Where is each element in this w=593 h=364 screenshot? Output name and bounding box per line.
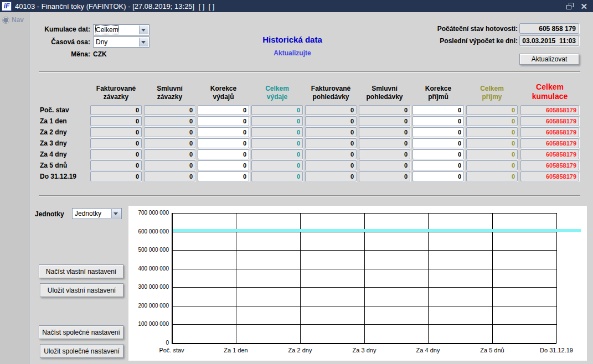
casova-osa-label: Časová osa: — [17, 38, 90, 46]
table-cell: 0 — [466, 149, 518, 159]
table-cell: 0 — [144, 171, 195, 181]
table-cell: 0 — [144, 138, 195, 148]
ulozit-spolecne-button[interactable]: Uložit společné nastavení — [40, 344, 123, 358]
table-cell[interactable]: 0 — [412, 149, 464, 159]
table-cell: 605858179 — [520, 149, 579, 159]
y-tick-label: 300 000 000 — [128, 284, 169, 290]
table-cell: 0 — [305, 105, 357, 115]
table-cell[interactable]: 0 — [198, 138, 249, 148]
chevron-down-icon[interactable] — [139, 25, 148, 34]
table-cell: 0 — [305, 116, 357, 126]
chevron-down-icon[interactable] — [111, 209, 121, 218]
nav-sidebar: Nav — [0, 12, 29, 364]
posledni-vypocet-field: 03.03.2015 11:03 — [519, 35, 579, 46]
table-row-label: Za 5 dnů — [40, 162, 67, 169]
table-cell[interactable]: 0 — [412, 105, 464, 115]
table-cell: 0 — [305, 127, 357, 137]
table-cell: 0 — [305, 149, 357, 159]
table-cell[interactable]: 0 — [412, 116, 464, 126]
app-window: iF 40103 - Finanční toky (FAFINTOK) - [2… — [0, 0, 593, 364]
table-cell: 605858179 — [520, 160, 579, 170]
grid-line-v — [172, 213, 173, 343]
table-cell[interactable]: 0 — [412, 171, 464, 181]
table-cell: 0 — [359, 116, 410, 126]
grid-line-v — [556, 213, 557, 343]
y-tick-label: 700 000 000 — [128, 210, 169, 216]
table-row-label: Do 31.12.19 — [40, 173, 76, 180]
table-cell: 0 — [144, 105, 195, 115]
table-row-label: Za 3 dny — [40, 139, 67, 147]
series-marker-line — [173, 229, 581, 232]
x-tick-label: Za 1 den — [211, 347, 261, 353]
table-cell[interactable]: 0 — [412, 127, 464, 137]
close-window-icon[interactable]: ✕ — [580, 2, 587, 11]
kumulace-dat-select[interactable]: Celkem — [93, 24, 149, 35]
mena-value: CZK — [93, 50, 107, 58]
radio-icon — [3, 17, 9, 23]
jednotky-select[interactable]: Jednotky — [72, 208, 122, 219]
table-cell: 0 — [90, 171, 142, 181]
y-tick-label: 0 — [128, 340, 169, 346]
table-cell: 605858179 — [520, 127, 579, 137]
table-cell: 0 — [466, 116, 518, 126]
table-cell[interactable]: 0 — [198, 127, 249, 137]
table-cell: 0 — [466, 171, 518, 181]
nacist-vlastni-button[interactable]: Načíst vlastní nastavení — [39, 264, 123, 278]
nacist-spolecne-button[interactable]: Načíst společné nastavení — [39, 325, 123, 339]
mena-label: Měna: — [17, 50, 90, 58]
table-cell: 0 — [359, 127, 410, 137]
table-cell: 605858179 — [520, 105, 579, 115]
table-cell[interactable]: 0 — [198, 160, 249, 170]
jednotky-label: Jednotky — [35, 210, 64, 218]
table-cell[interactable]: 0 — [198, 149, 249, 159]
ulozit-vlastni-button[interactable]: Uložit vlastní nastavení — [40, 283, 123, 297]
jednotky-value: Jednotky — [75, 210, 101, 217]
table-cell: 605858179 — [520, 171, 579, 181]
x-tick-label: Za 5 dnů — [467, 347, 517, 353]
table-cell: 0 — [251, 105, 303, 115]
table-cell: 0 — [251, 160, 303, 170]
x-tick-label: Za 4 dny — [403, 347, 453, 353]
table-cell: 0 — [144, 127, 195, 137]
table-cell[interactable]: 0 — [412, 138, 464, 148]
casova-osa-select[interactable]: Dny — [93, 37, 149, 48]
table-cell: 0 — [251, 171, 303, 181]
grid-line-v — [364, 213, 365, 343]
table-cell: 605858179 — [520, 138, 579, 148]
y-tick-label: 200 000 000 — [128, 303, 169, 309]
historical-data-heading: Historická data — [220, 35, 364, 44]
grid-line-v — [428, 213, 429, 343]
nav-toggle[interactable]: Nav — [3, 16, 24, 24]
table-cell[interactable]: 0 — [198, 171, 249, 181]
table-cell[interactable]: 0 — [198, 116, 249, 126]
y-tick-label: 500 000 000 — [128, 247, 169, 253]
casova-osa-value: Dny — [96, 38, 107, 46]
separator — [39, 71, 580, 72]
pocatecni-stav-label: Počáteční stav hotovosti: — [390, 25, 518, 33]
table-cell: 0 — [251, 127, 303, 137]
table-cell: 0 — [90, 116, 142, 126]
table-cell: 0 — [90, 138, 142, 148]
aktualizujte-link[interactable]: Aktualizujte — [220, 49, 364, 57]
pocatecni-stav-field: 605 858 179 — [519, 23, 579, 34]
table-cell: 0 — [305, 171, 357, 181]
app-icon: iF — [2, 2, 12, 11]
column-header: Celkemkumulace — [514, 82, 586, 101]
table-cell[interactable]: 0 — [198, 105, 249, 115]
aktualizovat-button[interactable]: Aktualizovat — [519, 54, 579, 65]
chevron-down-icon[interactable] — [139, 38, 148, 46]
table-row-label: Za 2 dny — [40, 128, 67, 136]
table-cell[interactable]: 0 — [412, 160, 464, 170]
table-cell: 0 — [305, 160, 357, 170]
table-cell: 0 — [359, 149, 410, 159]
grid-line-v — [492, 213, 493, 343]
window-controls: ✕ — [566, 2, 587, 11]
table-cell: 0 — [251, 149, 303, 159]
app-icon-glyph: iF — [4, 2, 10, 10]
restore-window-icon[interactable] — [566, 3, 574, 9]
table-cell: 0 — [359, 105, 410, 115]
table-cell: 0 — [90, 160, 142, 170]
table-cell: 0 — [90, 149, 142, 159]
table-cell: 605858179 — [520, 116, 579, 126]
table-row-label: Za 1 den — [40, 117, 67, 125]
